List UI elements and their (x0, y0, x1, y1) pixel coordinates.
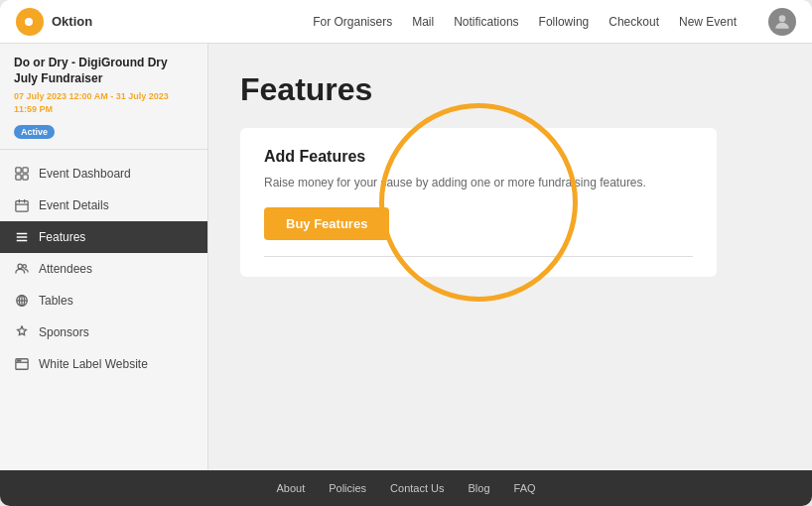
footer-blog[interactable]: Blog (469, 482, 490, 494)
nav-checkout[interactable]: Checkout (609, 15, 659, 29)
tables-icon (14, 293, 30, 309)
sidebar-item-event-details[interactable]: Event Details (0, 190, 207, 221)
sidebar-item-white-label-website[interactable]: White Label Website (0, 348, 207, 380)
main-layout: Do or Dry - DigiGround Dry July Fundrais… (0, 44, 812, 470)
event-dates: 07 July 2023 12:00 AM - 31 July 2023 11:… (14, 90, 194, 115)
content-area: Features Add Features Raise money for yo… (208, 44, 812, 470)
svg-rect-3 (16, 175, 21, 180)
sponsors-icon (14, 324, 30, 340)
attendees-icon (14, 261, 30, 277)
svg-rect-2 (23, 168, 28, 173)
svg-point-20 (17, 360, 18, 361)
avatar[interactable] (768, 8, 796, 36)
sidebar-item-sponsors[interactable]: Sponsors (0, 316, 207, 348)
svg-point-0 (779, 15, 786, 22)
svg-rect-1 (16, 168, 21, 173)
nav-links: For Organisers Mail Notifications Follow… (313, 8, 796, 36)
feature-card-description: Raise money for your cause by adding one… (264, 174, 693, 191)
dashboard-icon (14, 166, 30, 182)
nav-mail[interactable]: Mail (412, 15, 434, 29)
feature-card: Add Features Raise money for your cause … (240, 128, 717, 277)
status-badge: Active (14, 125, 55, 139)
sidebar-label-attendees: Attendees (39, 262, 92, 276)
features-icon (14, 229, 30, 245)
sidebar-label-features: Features (39, 230, 85, 244)
divider (264, 256, 693, 257)
footer-contact-us[interactable]: Contact Us (390, 482, 444, 494)
sidebar-item-event-dashboard[interactable]: Event Dashboard (0, 158, 207, 190)
sidebar-label-tables: Tables (39, 294, 73, 308)
logo-icon (16, 8, 44, 36)
nav-new-event[interactable]: New Event (679, 15, 737, 29)
app-name: Oktion (52, 14, 92, 29)
page-title: Features (240, 71, 780, 108)
sidebar-nav: Event Dashboard Event Details Feature (0, 158, 207, 380)
sidebar-label-dashboard: Event Dashboard (39, 167, 131, 181)
logo-area: Oktion (16, 8, 92, 36)
feature-spotlight: Add Features Raise money for your cause … (240, 128, 717, 277)
event-title: Do or Dry - DigiGround Dry July Fundrais… (14, 56, 194, 86)
buy-features-button[interactable]: Buy Features (264, 207, 389, 240)
footer: About Policies Contact Us Blog FAQ (0, 470, 812, 506)
svg-rect-4 (23, 175, 28, 180)
top-navigation: Oktion For Organisers Mail Notifications… (0, 0, 812, 44)
sidebar-label-white-label: White Label Website (39, 357, 148, 371)
sidebar-item-tables[interactable]: Tables (0, 285, 207, 316)
svg-point-12 (18, 265, 22, 269)
nav-for-organisers[interactable]: For Organisers (313, 15, 392, 29)
sidebar-label-sponsors: Sponsors (39, 325, 89, 339)
svg-point-21 (20, 360, 21, 361)
sidebar-item-attendees[interactable]: Attendees (0, 253, 207, 285)
calendar-icon (14, 197, 30, 213)
nav-notifications[interactable]: Notifications (454, 15, 518, 29)
feature-card-title: Add Features (264, 148, 693, 166)
svg-rect-5 (16, 201, 28, 212)
sidebar-item-features[interactable]: Features (0, 221, 207, 253)
nav-following[interactable]: Following (539, 15, 590, 29)
footer-policies[interactable]: Policies (329, 482, 366, 494)
svg-point-13 (23, 265, 27, 269)
footer-faq[interactable]: FAQ (514, 482, 536, 494)
sidebar: Do or Dry - DigiGround Dry July Fundrais… (0, 44, 208, 470)
footer-about[interactable]: About (276, 482, 305, 494)
white-label-icon (14, 356, 30, 372)
event-info: Do or Dry - DigiGround Dry July Fundrais… (0, 56, 207, 150)
sidebar-label-details: Event Details (39, 198, 109, 212)
